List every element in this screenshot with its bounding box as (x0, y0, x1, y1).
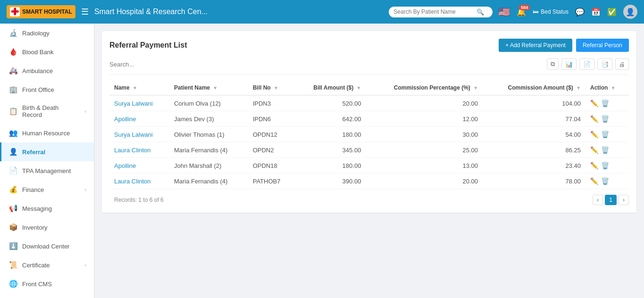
cell-name[interactable]: Laura Clinton (109, 142, 169, 158)
edit-button[interactable]: ✏️ (590, 131, 598, 138)
copy-tool-button[interactable]: ⧉ (547, 58, 559, 70)
tasks-icon[interactable]: ✅ (607, 8, 617, 17)
add-referral-payment-button[interactable]: + Add Referral Payment (499, 39, 572, 52)
sidebar-item-birth-death[interactable]: 📋 Birth & Death Record ‹ (0, 99, 94, 124)
logo: ✚ SMART HOSPITAL (7, 5, 75, 18)
edit-button[interactable]: ✏️ (590, 177, 598, 185)
sidebar-label-certificate: Certificate (22, 262, 50, 269)
flag-icon[interactable]: 🇺🇸 (498, 6, 510, 17)
sidebar-icon-referral: 👤 (9, 148, 17, 156)
columns-tool-button[interactable]: 🖨 (615, 58, 629, 70)
sidebar-icon-ambulance: 🚑 (9, 66, 17, 75)
cell-commission-pct: 25.00 (366, 142, 483, 158)
col-patient-name: Patient Name ▼ (169, 81, 248, 95)
pagination-page-1[interactable]: 1 (605, 195, 617, 205)
sidebar-item-messaging[interactable]: 📢 Messaging (0, 199, 94, 218)
print-tool-button[interactable]: 📄 (579, 58, 594, 70)
cell-commission-amt: 23.40 (483, 158, 585, 174)
avatar[interactable]: 👤 (623, 5, 637, 19)
edit-button[interactable]: ✏️ (590, 115, 598, 123)
sidebar-label-tpa-management: TPA Management (22, 167, 71, 174)
delete-button[interactable]: 🗑️ (601, 146, 609, 154)
cell-action: ✏️ 🗑️ (585, 174, 629, 189)
sidebar-label-radiology: Radiology (22, 30, 50, 37)
csv-tool-button[interactable]: 📊 (561, 58, 577, 70)
sidebar-label-birth-death: Birth & Death Record (22, 104, 80, 118)
table-search-input[interactable] (109, 61, 251, 68)
cell-bill-amount: 180.00 (294, 158, 366, 174)
search-input[interactable] (393, 8, 474, 15)
edit-button[interactable]: ✏️ (590, 162, 598, 169)
sidebar-item-download-center[interactable]: ⬇️ Download Center (0, 237, 94, 256)
pdf-tool-button[interactable]: 📑 (597, 58, 612, 70)
sidebar-item-referral[interactable]: 👤 Referral (0, 142, 94, 161)
search-icon: 🔍 (477, 8, 484, 16)
sidebar-item-finance[interactable]: 💰 Finance ‹ (0, 180, 94, 199)
sidebar-item-tpa-management[interactable]: 📄 TPA Management (0, 161, 94, 180)
action-buttons: ✏️ 🗑️ (590, 146, 624, 154)
whatsapp-icon[interactable]: 💬 (575, 8, 585, 17)
sidebar-item-radiology[interactable]: 🔬 Radiology (0, 24, 94, 42)
cell-commission-pct: 30.00 (366, 127, 483, 142)
cell-patient-name: Maria Fernandis (4) (169, 174, 248, 189)
cell-name[interactable]: Surya Lalwani (109, 127, 169, 142)
sidebar-label-blood-bank: Blood Bank (22, 49, 54, 56)
delete-button[interactable]: 🗑️ (601, 131, 609, 138)
sidebar-icon-human-resource: 👥 (9, 129, 17, 137)
table-row: Surya Lalwani Olivier Thomas (1) OPDN12 … (109, 127, 629, 142)
pagination-prev[interactable]: ‹ (593, 195, 603, 205)
app-header: ✚ SMART HOSPITAL ☰ Smart Hospital & Rese… (0, 0, 644, 24)
table-search-bar: ⧉ 📊 📄 📑 🖨 (109, 58, 629, 75)
chevron-icon: ‹ (84, 187, 86, 192)
sidebar-item-blood-bank[interactable]: 🩸 Blood Bank (0, 42, 94, 61)
notification-badge: 584 (519, 5, 530, 10)
sidebar-icon-front-cms: 🌐 (9, 280, 17, 288)
sidebar-icon-certificate: 📜 (9, 261, 17, 269)
sidebar-icon-front-office: 🏢 (9, 85, 17, 94)
table-header-row: Name ▼ Patient Name ▼ Bill No ▼ Bill Amo… (109, 81, 629, 95)
records-info: Records: 1 to 6 of 6 (109, 192, 168, 204)
cell-commission-pct: 20.00 (366, 174, 483, 189)
cell-name[interactable]: Surya Lalwani (109, 95, 169, 111)
pagination: ‹ 1 › (593, 191, 629, 205)
delete-button[interactable]: 🗑️ (601, 99, 609, 107)
sidebar-item-inventory[interactable]: 📦 Inventory (0, 218, 94, 237)
bed-icon: 🛏 (533, 8, 538, 15)
cell-name[interactable]: Apolline (109, 158, 169, 174)
bed-status[interactable]: 🛏 Bed Status (533, 8, 569, 15)
table-row: Laura Clinton Maria Fernandis (4) OPDN2 … (109, 142, 629, 158)
global-search[interactable]: 🔍 (389, 7, 493, 17)
sidebar-item-ambulance[interactable]: 🚑 Ambulance (0, 61, 94, 80)
sidebar-item-certificate[interactable]: 📜 Certificate ‹ (0, 256, 94, 274)
delete-button[interactable]: 🗑️ (601, 177, 609, 185)
cell-commission-pct: 12.00 (366, 111, 483, 127)
sidebar-item-front-cms[interactable]: 🌐 Front CMS (0, 274, 94, 293)
col-commission-pct: Commission Percentage (%) ▼ (366, 81, 483, 95)
sidebar-item-front-office[interactable]: 🏢 Front Office (0, 80, 94, 99)
pagination-next[interactable]: › (619, 195, 629, 205)
cell-bill-amount: 520.00 (294, 95, 366, 111)
delete-button[interactable]: 🗑️ (601, 162, 609, 169)
page-title: Referral Payment List (109, 41, 187, 50)
edit-button[interactable]: ✏️ (590, 99, 598, 107)
referral-person-button[interactable]: Referral Person (576, 39, 629, 52)
cell-patient-name: Corium Olva (12) (169, 95, 248, 111)
table-row: Apolline James Dev (3) IPDN6 642.00 12.0… (109, 111, 629, 127)
table-tools: ⧉ 📊 📄 📑 🖨 (547, 58, 629, 70)
notifications[interactable]: 🔔 584 (517, 8, 526, 17)
card-actions: + Add Referral Payment Referral Person (499, 39, 629, 52)
cell-name[interactable]: Apolline (109, 111, 169, 127)
edit-button[interactable]: ✏️ (590, 146, 598, 154)
cell-action: ✏️ 🗑️ (585, 127, 629, 142)
cell-action: ✏️ 🗑️ (585, 158, 629, 174)
cell-name[interactable]: Laura Clinton (109, 174, 169, 189)
sidebar-icon-radiology: 🔬 (9, 29, 17, 37)
sidebar-item-human-resource[interactable]: 👥 Human Resource (0, 124, 94, 142)
app-title: Smart Hospital & Research Cen... (94, 8, 384, 16)
cell-bill-amount: 180.00 (294, 127, 366, 142)
card-header: Referral Payment List + Add Referral Pay… (109, 39, 629, 52)
calendar-icon[interactable]: 📅 (591, 8, 601, 17)
table-row: Surya Lalwani Corium Olva (12) IPDN3 520… (109, 95, 629, 111)
hamburger-icon[interactable]: ☰ (81, 7, 89, 17)
delete-button[interactable]: 🗑️ (601, 115, 609, 123)
